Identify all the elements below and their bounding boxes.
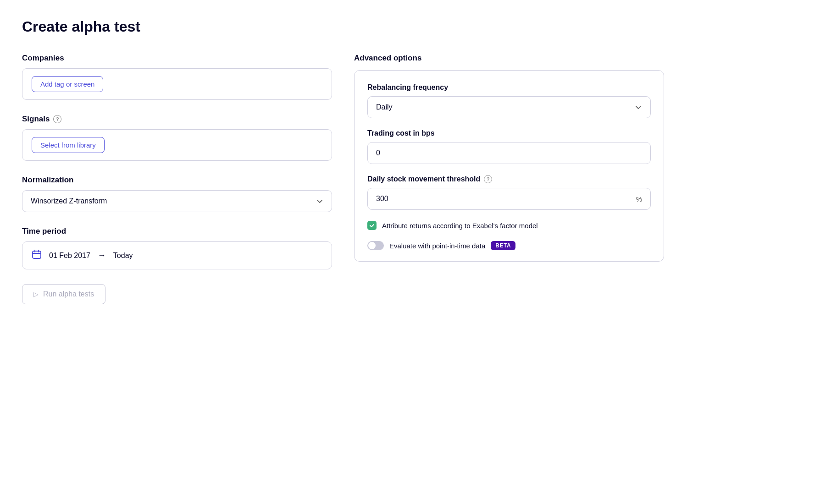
main-layout: Companies Add tag or screen Signals ? Se… — [22, 54, 664, 304]
normalization-dropdown[interactable]: Winsorized Z-transform — [22, 190, 332, 212]
percent-label: % — [636, 195, 642, 203]
attribute-returns-checkbox[interactable] — [367, 221, 377, 230]
attribute-returns-row: Attribute returns according to Exabel's … — [367, 221, 651, 230]
time-period-label: Time period — [22, 227, 332, 236]
trading-cost-box[interactable] — [367, 142, 651, 164]
play-icon: ▷ — [33, 290, 39, 298]
normalization-label: Normalization — [22, 175, 332, 185]
trading-cost-label: Trading cost in bps — [367, 129, 651, 137]
signals-section: Signals ? Select from library — [22, 115, 332, 161]
toggle-knob — [368, 242, 376, 249]
page-title: Create alpha test — [22, 18, 809, 35]
signals-label: Signals ? — [22, 115, 332, 124]
threshold-box[interactable]: % — [367, 188, 651, 210]
rebalancing-dropdown[interactable]: Daily — [367, 96, 651, 118]
left-column: Companies Add tag or screen Signals ? Se… — [22, 54, 332, 304]
attribute-returns-label: Attribute returns according to Exabel's … — [382, 222, 538, 230]
run-button-label: Run alpha tests — [43, 290, 94, 298]
advanced-options-wrapper: Advanced options Rebalancing frequency D… — [354, 54, 664, 262]
select-library-button[interactable]: Select from library — [32, 137, 105, 153]
arrow-right-icon: → — [98, 251, 106, 260]
signals-box: Select from library — [22, 129, 332, 161]
time-period-section: Time period 01 Feb 2017 → Today — [22, 227, 332, 269]
run-alpha-tests-button[interactable]: ▷ Run alpha tests — [22, 284, 105, 304]
run-button-wrapper: ▷ Run alpha tests — [22, 284, 332, 304]
threshold-help-icon[interactable]: ? — [484, 175, 492, 183]
advanced-options-title: Advanced options — [354, 54, 664, 63]
point-in-time-row: Evaluate with point-in-time data BETA — [367, 241, 651, 250]
chevron-down-icon — [316, 197, 323, 205]
normalization-section: Normalization Winsorized Z-transform — [22, 175, 332, 212]
advanced-options-box: Rebalancing frequency Daily Trading cost… — [354, 70, 664, 262]
date-start: 01 Feb 2017 — [49, 252, 90, 260]
right-column: Advanced options Rebalancing frequency D… — [354, 54, 664, 304]
companies-section: Companies Add tag or screen — [22, 54, 332, 100]
rebalancing-chevron-icon — [635, 104, 642, 111]
add-tag-button[interactable]: Add tag or screen — [32, 76, 103, 92]
companies-label: Companies — [22, 54, 332, 63]
point-in-time-toggle[interactable] — [367, 241, 384, 250]
checkmark-icon — [369, 223, 375, 228]
threshold-label: Daily stock movement threshold ? — [367, 175, 651, 183]
date-end: Today — [113, 252, 133, 260]
time-period-box[interactable]: 01 Feb 2017 → Today — [22, 241, 332, 269]
threshold-section: Daily stock movement threshold ? % — [367, 175, 651, 210]
rebalancing-section: Rebalancing frequency Daily — [367, 83, 651, 118]
beta-badge: BETA — [491, 241, 515, 250]
companies-box: Add tag or screen — [22, 68, 332, 100]
trading-cost-section: Trading cost in bps — [367, 129, 651, 164]
svg-rect-0 — [33, 251, 41, 258]
rebalancing-label: Rebalancing frequency — [367, 83, 651, 92]
threshold-input[interactable] — [376, 195, 636, 203]
point-in-time-label: Evaluate with point-in-time data — [389, 242, 485, 250]
rebalancing-value: Daily — [376, 103, 393, 111]
trading-cost-input[interactable] — [376, 149, 642, 157]
normalization-value: Winsorized Z-transform — [31, 197, 107, 205]
signals-help-icon[interactable]: ? — [53, 115, 61, 123]
calendar-icon — [32, 249, 42, 262]
